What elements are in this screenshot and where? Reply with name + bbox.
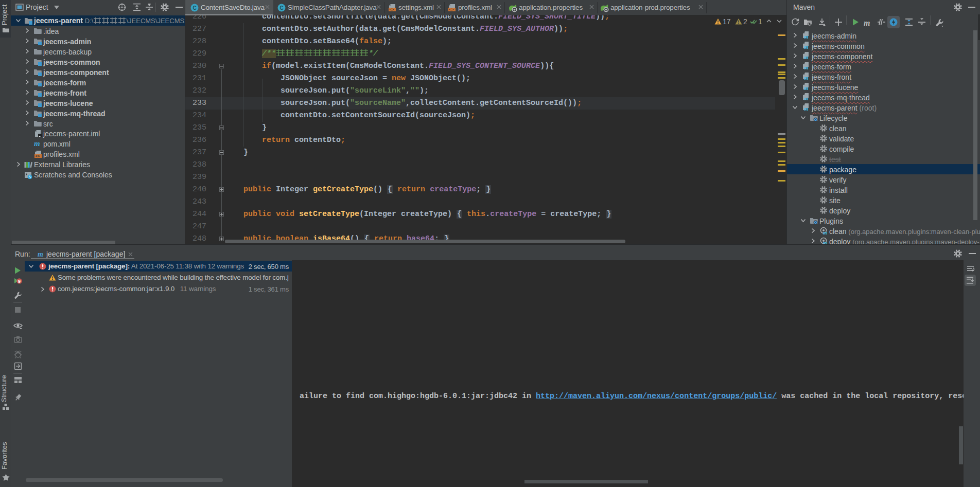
svg-text:m: m [804, 85, 809, 91]
svg-text:m: m [804, 75, 809, 81]
svg-text:<>: <> [449, 8, 454, 12]
svg-text:m: m [804, 33, 809, 40]
svg-text:9: 9 [18, 279, 21, 284]
svg-text:C: C [193, 5, 197, 11]
svg-text:m: m [804, 95, 809, 101]
svg-text:m: m [804, 54, 809, 60]
svg-text:<>: <> [36, 154, 41, 158]
svg-text:C: C [280, 5, 284, 11]
svg-text:m: m [804, 105, 809, 112]
svg-text:<>: <> [390, 8, 395, 12]
svg-text:m: m [804, 64, 809, 70]
svg-text:m: m [804, 44, 809, 50]
